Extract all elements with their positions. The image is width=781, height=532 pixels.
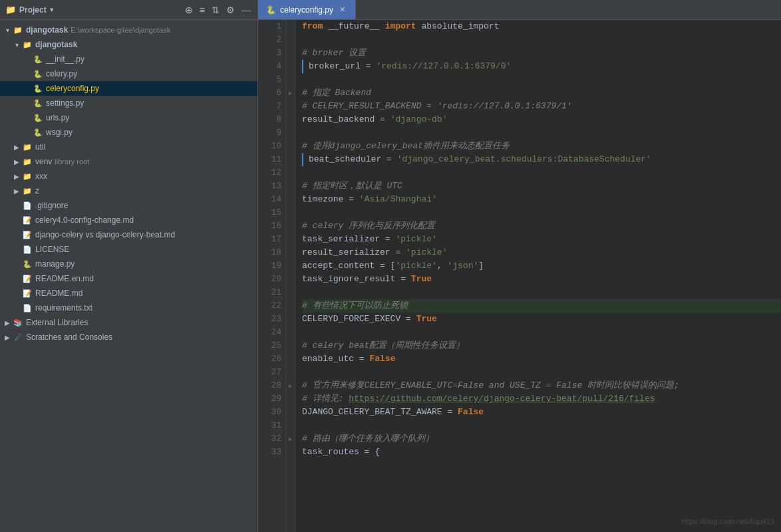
code-line[interactable]: CELERYD_FORCE_EXECV = True <box>302 313 781 326</box>
line-number: 6 <box>262 86 281 100</box>
tree-file-comparemd[interactable]: 📝 django-celery vs django-celery-beat.md <box>0 227 257 242</box>
code-line[interactable]: # 指定 Backend <box>302 86 781 100</box>
fold-gutter-item <box>286 246 295 259</box>
code-line[interactable]: accept_content = ['pickle', 'json'] <box>302 259 781 273</box>
tree-external-libraries[interactable]: ▶ 📚 External Libraries <box>0 315 257 330</box>
tree-file-requirements[interactable]: 📄 requirements.txt <box>0 301 257 315</box>
fold-gutter-item <box>286 366 295 379</box>
fold-gutter-item <box>286 166 295 180</box>
code-line[interactable] <box>302 366 781 379</box>
editor-tab[interactable]: 🐍 celeryconfig.py ✕ <box>258 0 356 19</box>
code-line[interactable]: beat_scheduler = 'django_celery_beat.sch… <box>302 153 781 166</box>
z-folder-icon: 📁 <box>21 187 33 196</box>
code-line[interactable]: # 指定时区，默认是 UTC <box>302 180 781 193</box>
line-number: 9 <box>262 126 281 140</box>
code-line[interactable] <box>302 206 781 219</box>
identifier-token: absolute_import <box>416 20 500 33</box>
code-line[interactable]: task_ignore_result = True <box>302 273 781 286</box>
fold-gutter-item[interactable]: ▸ <box>286 379 295 392</box>
tree-file-manage[interactable]: 🐍 manage.py <box>0 257 257 271</box>
line-number: 33 <box>262 446 281 459</box>
expand-button[interactable]: ⇅ <box>210 3 221 17</box>
tree-file-urls[interactable]: 🐍 urls.py <box>0 110 257 125</box>
tree-file-readme[interactable]: 📝 README.md <box>0 286 257 301</box>
code-line[interactable]: # 官方用来修复CELERY_ENABLE_UTC=False and USE_… <box>302 379 781 392</box>
code-line[interactable]: from __future__ import absolute_import <box>302 20 781 33</box>
line-number: 23 <box>262 313 281 326</box>
tree-file-celery[interactable]: 🐍 celery.py <box>0 66 257 81</box>
code-line[interactable]: # celery beat配置（周期性任务设置） <box>302 339 781 352</box>
code-line[interactable] <box>302 286 781 299</box>
fold-gutter-item <box>286 406 295 419</box>
tree-file-celeryconfig[interactable]: 🐍 celeryconfig.py <box>0 81 257 96</box>
file-tree: ▾ 📁 djangotask E:\workspace-gitee\django… <box>0 20 257 532</box>
tree-file-celery40md[interactable]: 📝 celery4.0-config-change.md <box>0 213 257 227</box>
code-line[interactable]: timezone = 'Asia/Shanghai' <box>302 193 781 206</box>
line-number: 13 <box>262 180 281 193</box>
tree-folder-util[interactable]: ▶ 📁 util <box>0 140 257 154</box>
tree-folder-venv[interactable]: ▶ 📁 venv library root <box>0 154 257 169</box>
collapse-all-button[interactable]: ≡ <box>198 3 206 17</box>
readme-label: README.md <box>35 289 82 298</box>
code-line[interactable] <box>302 326 781 339</box>
code-line[interactable]: result_serializer = 'pickle' <box>302 246 781 259</box>
tree-file-settings[interactable]: 🐍 settings.py <box>0 96 257 110</box>
line-number: 18 <box>262 246 281 259</box>
code-line[interactable]: # 路由（哪个任务放入哪个队列） <box>302 432 781 446</box>
sidebar: 📁 Project ▾ ⊕ ≡ ⇅ ⚙ — ▾ 📁 djangotask E:\… <box>0 0 258 532</box>
code-line[interactable]: task_routes = { <box>302 446 781 459</box>
link-token[interactable]: https://github.com/celery/django-celery-… <box>349 392 655 406</box>
fold-gutter-item[interactable]: ▸ <box>286 432 295 446</box>
dropdown-arrow[interactable]: ▾ <box>50 6 53 13</box>
code-line[interactable]: broker_url = 'redis://127.0.0.1:6379/0' <box>302 60 781 73</box>
settings-button[interactable]: ⚙ <box>225 3 236 17</box>
code-area[interactable]: from __future__ import absolute_import# … <box>295 20 781 532</box>
fold-gutter-item <box>286 20 295 33</box>
code-line[interactable]: DJANGO_CELERY_BEAT_TZ_AWARE = False <box>302 406 781 419</box>
code-line[interactable] <box>302 126 781 140</box>
tree-folder-xxx[interactable]: ▶ 📁 xxx <box>0 169 257 184</box>
string-token: 'django-db' <box>390 113 448 126</box>
code-line[interactable]: # broker 设置 <box>302 47 781 60</box>
code-line[interactable]: # celery 序列化与反序列化配置 <box>302 219 781 233</box>
code-line[interactable]: enable_utc = False <box>302 352 781 366</box>
tree-file-gitignore[interactable]: 📄 .gitignore <box>0 198 257 213</box>
code-line[interactable]: result_backend = 'django-db' <box>302 113 781 126</box>
tree-file-readmeen[interactable]: 📝 README.en.md <box>0 271 257 286</box>
fold-gutter-item <box>286 33 295 47</box>
code-line[interactable]: # 有些情况下可以防止死锁 <box>302 299 781 313</box>
tree-folder-z[interactable]: ▶ 📁 z <box>0 184 257 198</box>
line-number: 28 <box>262 379 281 392</box>
tab-filename: celeryconfig.py <box>280 5 333 15</box>
close-sidebar-button[interactable]: — <box>240 3 252 17</box>
comment-token: # CELERY_RESULT_BACKEND = 'redis://127.0… <box>302 100 572 113</box>
fold-gutter-item[interactable]: ▸ <box>286 86 295 100</box>
identifier-token: task_routes = { <box>302 446 380 459</box>
identifier-token: DJANGO_CELERY_BEAT_TZ_AWARE = <box>302 406 458 419</box>
tree-file-wsgi[interactable]: 🐍 wsgi.py <box>0 125 257 140</box>
tree-scratches[interactable]: ▶ 🖊 Scratches and Consoles <box>0 330 257 344</box>
code-line[interactable]: task_serializer = 'pickle' <box>302 233 781 246</box>
fold-gutter-item <box>286 140 295 153</box>
identifier-token: enable_utc = <box>302 352 369 366</box>
tree-file-init[interactable]: 🐍 __init__.py <box>0 52 257 66</box>
keyword-token: False <box>458 406 484 419</box>
tree-folder-djangotask[interactable]: ▾ 📁 djangotask <box>0 37 257 52</box>
tab-close-button[interactable]: ✕ <box>337 5 347 15</box>
code-line[interactable] <box>302 33 781 47</box>
code-line[interactable] <box>302 166 781 180</box>
tree-root[interactable]: ▾ 📁 djangotask E:\workspace-gitee\django… <box>0 23 257 37</box>
locate-button[interactable]: ⊕ <box>184 3 194 17</box>
code-line[interactable]: # 详情见: https://github.com/celery/django-… <box>302 392 781 406</box>
code-line[interactable]: # CELERY_RESULT_BACKEND = 'redis://127.0… <box>302 100 781 113</box>
comment-token: # 使用django_celery_beat插件用来动态配置任务 <box>302 140 510 153</box>
code-line[interactable] <box>302 73 781 86</box>
code-line[interactable] <box>302 419 781 432</box>
sidebar-title: 📁 Project ▾ <box>5 5 53 15</box>
comparemd-label: django-celery vs django-celery-beat.md <box>35 230 175 239</box>
identifier-token: CELERYD_FORCE_EXECV = <box>302 313 416 326</box>
code-line[interactable]: # 使用django_celery_beat插件用来动态配置任务 <box>302 140 781 153</box>
init-file-icon: 🐍 <box>32 55 44 64</box>
tree-file-license[interactable]: 📄 LICENSE <box>0 242 257 257</box>
line-number: 4 <box>262 60 281 73</box>
